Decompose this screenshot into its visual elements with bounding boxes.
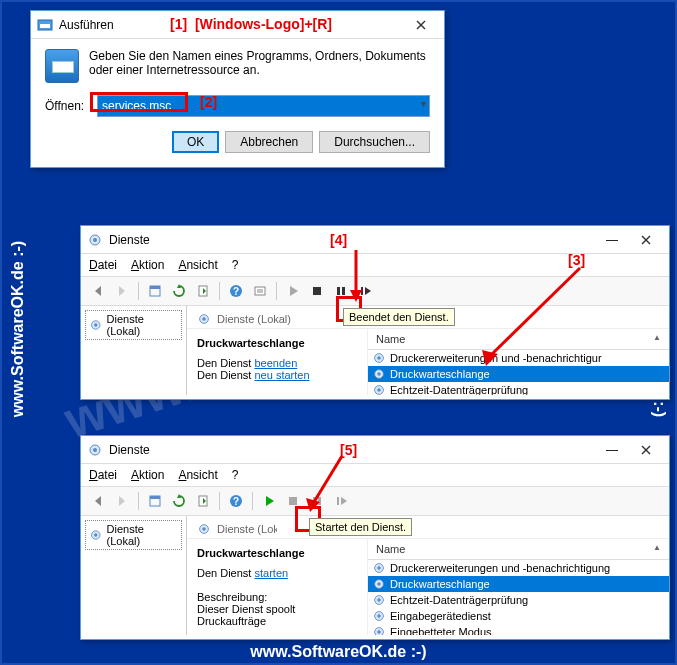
menu-file[interactable]: Datei xyxy=(89,258,117,272)
svg-point-41 xyxy=(93,448,97,452)
minimize-button[interactable]: — xyxy=(595,229,629,251)
cancel-button[interactable]: Abbrechen xyxy=(225,131,313,153)
services-window-2: Dienste — Datei Aktion Ansicht ? ? Diens… xyxy=(80,435,670,640)
svg-marker-45 xyxy=(119,496,125,506)
svg-point-29 xyxy=(202,317,206,321)
help-icon[interactable]: ? xyxy=(225,280,247,302)
minimize-button[interactable]: — xyxy=(595,439,629,461)
svg-line-73 xyxy=(314,456,342,502)
services-title: Dienste xyxy=(103,233,595,247)
svg-rect-21 xyxy=(313,287,321,295)
svg-rect-47 xyxy=(150,496,160,499)
gear-icon xyxy=(87,232,103,248)
run-hint-text: Geben Sie den Namen eines Programms, Ord… xyxy=(89,49,430,83)
svg-point-64 xyxy=(377,566,381,570)
svg-point-68 xyxy=(377,598,381,602)
properties-icon[interactable] xyxy=(249,280,271,302)
annotation-3: [3] xyxy=(568,252,585,268)
right-heading: Dienste (Lokal) xyxy=(217,523,277,535)
annotation-1: [1] [Windows-Logo]+[R] xyxy=(170,16,332,32)
nav-back-icon[interactable] xyxy=(87,280,109,302)
nav-fwd-icon[interactable] xyxy=(111,280,133,302)
tooltip-stop: Beendet den Dienst. xyxy=(343,308,455,326)
svg-rect-11 xyxy=(150,286,160,289)
run-icon-small xyxy=(37,17,53,33)
stop-service-icon[interactable] xyxy=(306,280,328,302)
svg-point-62 xyxy=(202,527,206,531)
dropdown-icon[interactable]: ▾ xyxy=(421,98,426,109)
refresh-icon[interactable] xyxy=(168,490,190,512)
start-service-icon[interactable] xyxy=(258,490,280,512)
selected-service-name: Druckwarteschlange xyxy=(197,337,357,349)
svg-point-35 xyxy=(377,388,381,392)
close-button[interactable] xyxy=(629,439,663,461)
link-stop-service[interactable]: beenden xyxy=(254,357,297,369)
svg-marker-20 xyxy=(290,286,298,296)
svg-marker-44 xyxy=(95,496,101,506)
svg-point-60 xyxy=(94,533,97,536)
annotation-2-box xyxy=(90,92,188,112)
close-button[interactable] xyxy=(629,229,663,251)
open-label: Öffnen: xyxy=(45,99,89,113)
view-icon[interactable] xyxy=(144,490,166,512)
svg-point-72 xyxy=(377,630,381,634)
link-restart-service[interactable]: neu starten xyxy=(254,369,309,381)
svg-point-66 xyxy=(377,582,381,586)
link-start-service[interactable]: starten xyxy=(254,567,288,579)
start-service-icon[interactable] xyxy=(282,280,304,302)
service-list-item[interactable]: Eingabegerätedienst xyxy=(368,608,669,624)
menu-action[interactable]: Aktion xyxy=(131,468,164,482)
description-text: Dieser Dienst spoolt Druckaufträge xyxy=(197,603,357,627)
annotation-4: [4] xyxy=(330,232,347,248)
menu-file[interactable]: Datei xyxy=(89,468,117,482)
svg-marker-8 xyxy=(95,286,101,296)
description-label: Beschreibung: xyxy=(197,591,357,603)
service-list-item[interactable]: Druckererweiterungen und -benachrichtigu… xyxy=(368,560,669,576)
watermark-bottom: www.SoftwareOK.de :-) xyxy=(250,643,426,661)
svg-rect-1 xyxy=(40,24,50,28)
svg-point-33 xyxy=(377,372,381,376)
service-list-item[interactable]: Eingebetteter Modus xyxy=(368,624,669,635)
menu-help[interactable]: ? xyxy=(232,258,239,272)
svg-rect-23 xyxy=(342,287,345,295)
service-list-item[interactable]: Echtzeit-Datenträgerprüfung xyxy=(368,592,669,608)
svg-text:?: ? xyxy=(233,496,239,507)
right-heading: Dienste (Lokal) xyxy=(217,313,291,325)
service-list-item[interactable]: Druckwarteschlange xyxy=(368,576,669,592)
svg-point-5 xyxy=(93,238,97,242)
run-dialog: Ausführen Geben Sie den Namen eines Prog… xyxy=(30,10,445,168)
nav-back-icon[interactable] xyxy=(87,490,109,512)
menu-view[interactable]: Ansicht xyxy=(178,468,217,482)
nav-fwd-icon[interactable] xyxy=(111,490,133,512)
export-icon[interactable] xyxy=(192,490,214,512)
tree-item-services-local[interactable]: Dienste (Lokal) xyxy=(85,310,182,340)
menu-action[interactable]: Aktion xyxy=(131,258,164,272)
svg-marker-53 xyxy=(266,496,274,506)
annotation-4-arrow xyxy=(356,250,376,300)
svg-rect-54 xyxy=(289,497,297,505)
export-icon[interactable] xyxy=(192,280,214,302)
annotation-3-arrow xyxy=(480,268,590,368)
menu-view[interactable]: Ansicht xyxy=(178,258,217,272)
close-button[interactable] xyxy=(404,14,438,36)
svg-rect-22 xyxy=(337,287,340,295)
svg-point-31 xyxy=(377,356,381,360)
svg-rect-17 xyxy=(255,287,265,295)
annotation-5-arrow xyxy=(308,456,348,511)
annotation-2: [2] xyxy=(200,94,217,110)
tree-item-services-local[interactable]: Dienste (Lokal) xyxy=(85,520,182,550)
selected-service-name: Druckwarteschlange xyxy=(197,547,357,559)
browse-button[interactable]: Durchsuchen... xyxy=(319,131,430,153)
gear-icon xyxy=(87,442,103,458)
service-list-item[interactable]: Echtzeit-Datenträgerprüfung xyxy=(368,382,669,395)
menu-help[interactable]: ? xyxy=(232,468,239,482)
service-list-item[interactable]: Druckwarteschlange xyxy=(368,366,669,382)
svg-point-70 xyxy=(377,614,381,618)
column-header-name[interactable]: Name▲ xyxy=(368,539,669,560)
help-icon[interactable]: ? xyxy=(225,490,247,512)
svg-line-38 xyxy=(490,268,580,356)
view-icon[interactable] xyxy=(144,280,166,302)
ok-button[interactable]: OK xyxy=(172,131,219,153)
refresh-icon[interactable] xyxy=(168,280,190,302)
tooltip-start: Startet den Dienst. xyxy=(309,518,412,536)
